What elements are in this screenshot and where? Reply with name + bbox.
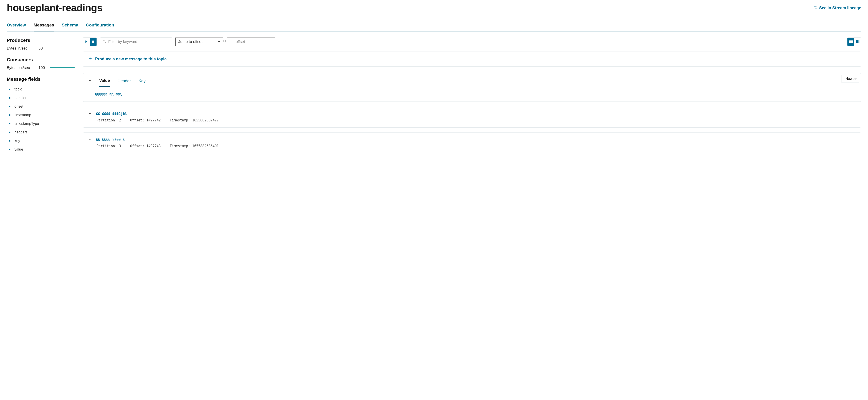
collapse-toggle[interactable] — [88, 79, 92, 86]
pause-icon — [92, 40, 94, 44]
jump-to-offset-select[interactable]: Jump to offset — [176, 37, 215, 46]
message-value-text: ������ �A ��A — [88, 92, 856, 97]
svg-rect-9 — [859, 40, 860, 43]
field-item[interactable]: value — [9, 145, 74, 154]
subtab-key[interactable]: Key — [138, 79, 146, 87]
message-value-text: �� ���� \B�� B — [96, 138, 125, 142]
offset-value: 1497742 — [147, 118, 161, 122]
offset-value: 1497743 — [147, 144, 161, 148]
filter-keyword-input[interactable] — [100, 37, 172, 46]
newest-badge: Newest — [842, 74, 862, 83]
produce-message-button[interactable]: Produce a new message to this topic — [83, 52, 861, 67]
message-value-text: �� ���� ���Aj�A — [96, 112, 127, 116]
page-title: houseplant-readings — [7, 2, 102, 13]
list-view-button[interactable] — [847, 38, 854, 46]
offset-input[interactable] — [227, 37, 275, 46]
partition-value: 2 — [119, 118, 121, 122]
consumers-heading: Consumers — [7, 57, 74, 62]
main-tabs: Overview Messages Schema Configuration — [7, 20, 861, 32]
search-icon — [103, 40, 106, 44]
stream-lineage-label: See in Stream lineage — [819, 6, 861, 10]
produce-message-label: Produce a new message to this topic — [95, 57, 166, 62]
list-icon — [849, 40, 852, 44]
subtab-value[interactable]: Value — [99, 78, 110, 87]
message-fields-heading: Message fields — [7, 76, 74, 82]
message-row[interactable]: �� ���� \B�� B Partition: 3 Offset: 1497… — [83, 132, 861, 153]
svg-rect-6 — [849, 42, 852, 43]
columns-view-button[interactable] — [854, 38, 861, 46]
message-detail-card: Newest Value Header Key ������ �A ��A — [83, 73, 861, 102]
field-item[interactable]: key — [9, 136, 74, 145]
tab-overview[interactable]: Overview — [7, 20, 26, 31]
expand-toggle[interactable] — [88, 112, 92, 116]
field-item[interactable]: offset — [9, 102, 74, 111]
plus-icon — [88, 57, 92, 62]
bytes-in-value: 50 — [38, 46, 50, 51]
message-fields-list: topic partition offset timestamp timesta… — [7, 85, 74, 154]
play-button[interactable] — [83, 38, 90, 46]
jump-dropdown-button[interactable] — [215, 37, 223, 46]
tab-schema[interactable]: Schema — [62, 20, 78, 31]
svg-rect-4 — [849, 40, 852, 41]
field-item[interactable]: timestampType — [9, 119, 74, 128]
bytes-in-sparkline — [50, 48, 74, 48]
field-item[interactable]: topic — [9, 85, 74, 94]
bytes-out-value: 100 — [38, 66, 50, 70]
bytes-out-sparkline — [50, 67, 74, 68]
partition-value: 3 — [119, 144, 121, 148]
timestamp-value: 1655882686401 — [192, 144, 219, 148]
message-row[interactable]: �� ���� ���Aj�A Partition: 2 Offset: 149… — [83, 107, 861, 127]
svg-rect-0 — [92, 41, 93, 43]
svg-rect-7 — [856, 40, 857, 43]
bytes-out-label: Bytes out/sec — [7, 66, 38, 70]
pause-button[interactable] — [90, 38, 96, 46]
svg-rect-8 — [857, 40, 858, 43]
field-item[interactable]: partition — [9, 94, 74, 102]
field-item[interactable]: headers — [9, 128, 74, 136]
play-icon — [85, 40, 88, 44]
stream-lineage-link[interactable]: See in Stream lineage — [814, 6, 861, 10]
subtab-header[interactable]: Header — [118, 79, 131, 87]
producers-heading: Producers — [7, 37, 74, 43]
timestamp-value: 1655882687477 — [192, 118, 219, 122]
tab-configuration[interactable]: Configuration — [86, 20, 114, 31]
expand-toggle[interactable] — [88, 138, 92, 142]
columns-icon — [856, 40, 860, 44]
tab-messages[interactable]: Messages — [34, 20, 54, 31]
field-item[interactable]: timestamp — [9, 111, 74, 119]
swap-arrows-icon — [814, 6, 817, 10]
search-icon — [223, 40, 227, 44]
svg-rect-1 — [93, 41, 94, 43]
svg-point-3 — [223, 40, 225, 42]
svg-point-2 — [103, 40, 105, 42]
svg-rect-5 — [849, 41, 852, 42]
chevron-down-icon — [218, 40, 220, 44]
bytes-in-label: Bytes in/sec — [7, 46, 38, 51]
